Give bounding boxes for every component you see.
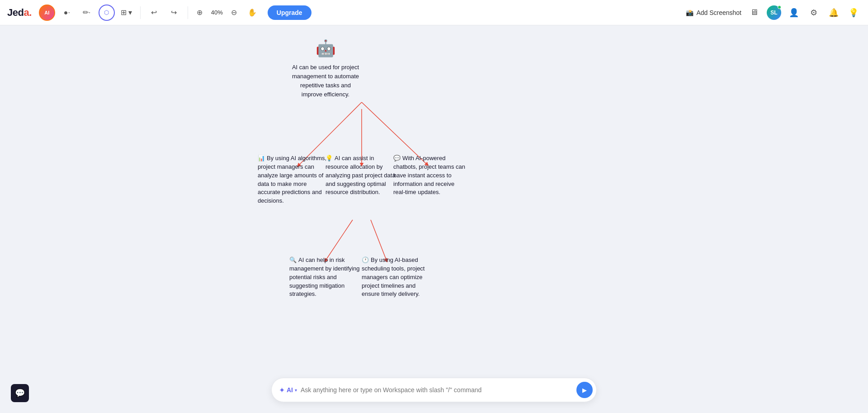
bulb-icon: 💡	[849, 8, 859, 18]
grid-tool-button[interactable]: ⊞ ▾	[118, 5, 135, 21]
bulb-button[interactable]: 💡	[846, 5, 861, 20]
user-icon: 👤	[789, 8, 799, 18]
node3-text: With AI-powered chatbots, project teams …	[393, 155, 465, 195]
chat-widget[interactable]: 💬	[11, 384, 29, 402]
robot-icon: 🤖	[289, 37, 362, 60]
svg-line-4	[371, 220, 387, 261]
node-3: 💬With AI-powered chatbots, project teams…	[393, 154, 466, 197]
ai-chat-input[interactable]	[301, 386, 576, 394]
send-button[interactable]: ▶	[576, 382, 593, 398]
grid-icon: ⊞ ▾	[121, 8, 132, 17]
redo-icon: ↪	[171, 8, 177, 17]
undo-button[interactable]: ↩	[146, 5, 162, 21]
node-4: 🔍AI can help in risk management by ident…	[289, 256, 362, 299]
separator-1	[140, 6, 141, 19]
bell-icon: 🔔	[829, 8, 839, 18]
zoom-out-icon: ⊖	[231, 8, 237, 17]
zoom-in-button[interactable]: ⊕	[193, 6, 206, 19]
toolbar-right: 📸 Add Screenshot 🖥 SL 👤 ⚙ 🔔 💡	[686, 5, 861, 20]
send-icon: ▶	[582, 387, 587, 394]
root-text: AI can be used for project management to…	[292, 64, 359, 98]
ai-icon: AI	[44, 10, 49, 15]
add-screenshot-label: Add Screenshot	[696, 9, 741, 16]
avatar: SL	[767, 5, 781, 20]
node1-text: By using AI algorithms, project managers…	[258, 155, 326, 204]
node4-text: AI can help in risk management by identi…	[289, 256, 359, 297]
undo-icon: ↩	[151, 8, 157, 17]
chat-icon: 💬	[15, 388, 25, 398]
zoom-out-button[interactable]: ⊖	[228, 6, 241, 19]
root-node: 🤖 AI can be used for project management …	[289, 37, 362, 99]
settings-button[interactable]: ⚙	[807, 5, 821, 20]
separator-2	[188, 6, 188, 19]
canvas[interactable]: 🤖 AI can be used for project management …	[0, 25, 868, 413]
settings-icon: ⚙	[810, 8, 817, 18]
present-icon: 🖥	[750, 8, 758, 17]
circle-dot-icon: ●·	[64, 9, 70, 17]
app-logo: Jeda.	[7, 7, 32, 19]
pen-tool-button[interactable]: ✏·	[79, 5, 95, 21]
ai-tool-button[interactable]: AI	[39, 5, 55, 21]
screenshot-icon: 📸	[686, 9, 693, 16]
ai-chevron-icon: ▾	[295, 388, 297, 393]
select-tool-button[interactable]: ⬡	[99, 5, 115, 21]
ai-input-icon: ✦ AI ▾	[279, 386, 297, 394]
draw-tool-button[interactable]: ●·	[59, 5, 75, 21]
node-2: 💡AI can assist in resource allocation by…	[326, 154, 398, 197]
node3-icon: 💬	[393, 155, 401, 161]
node5-text: By using AI-based scheduling tools, proj…	[362, 256, 425, 297]
svg-line-3	[326, 220, 353, 261]
node1-icon: 📊	[258, 155, 265, 161]
node-5: 🕐By using AI-based scheduling tools, pro…	[362, 256, 434, 299]
zoom-controls: ⊕ 40% ⊖	[193, 6, 241, 19]
hand-icon: ✋	[248, 8, 257, 17]
node5-icon: 🕐	[362, 256, 369, 263]
zoom-value: 40%	[208, 9, 226, 16]
notifications-button[interactable]: 🔔	[826, 5, 841, 20]
bottom-input-bar: ✦ AI ▾ ▶	[271, 378, 597, 402]
node2-icon: 💡	[326, 155, 333, 161]
select-icon: ⬡	[104, 9, 109, 16]
ai-label: AI	[287, 386, 293, 394]
zoom-in-icon: ⊕	[197, 8, 203, 17]
node4-icon: 🔍	[289, 256, 297, 263]
node-1: 📊By using AI algorithms, project manager…	[258, 154, 330, 205]
node2-text: AI can assist in resource allocation by …	[326, 155, 396, 195]
hand-tool-button[interactable]: ✋	[244, 5, 260, 21]
present-button[interactable]: 🖥	[747, 5, 761, 20]
add-screenshot-button[interactable]: 📸 Add Screenshot	[686, 9, 741, 16]
redo-button[interactable]: ↪	[166, 5, 182, 21]
mindmap-connections	[0, 25, 868, 413]
pen-icon: ✏·	[83, 8, 90, 17]
avatar-online-dot	[778, 5, 781, 9]
ai-sparkle-icon: ✦	[279, 386, 285, 394]
toolbar: Jeda. AI ●· ✏· ⬡ ⊞ ▾ ↩ ↪ ⊕ 40% ⊖ ✋ Upgra…	[0, 0, 868, 25]
user-button[interactable]: 👤	[787, 5, 801, 20]
upgrade-button[interactable]: Upgrade	[268, 5, 311, 20]
